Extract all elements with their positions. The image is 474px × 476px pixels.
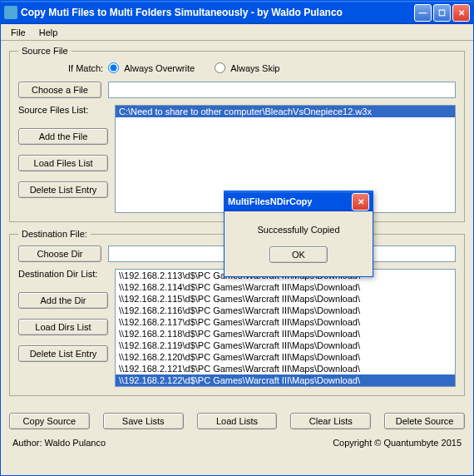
clear-lists-button[interactable]: Clear Lists bbox=[290, 413, 371, 429]
choose-file-button[interactable]: Choose a File bbox=[18, 82, 101, 98]
list-item[interactable]: \\192.168.2.122\d$\PC Games\Warcraft III… bbox=[116, 374, 455, 386]
dialog-titlebar[interactable]: MultiFilesNDirCopy ✕ bbox=[225, 191, 373, 211]
radio-skip[interactable] bbox=[215, 62, 225, 73]
list-item[interactable]: \\192.168.2.117\d$\PC Games\Warcraft III… bbox=[116, 316, 455, 328]
menubar: File Help bbox=[1, 24, 473, 41]
list-item[interactable]: \\192.168.2.118\d$\PC Games\Warcraft III… bbox=[116, 328, 455, 340]
menu-file[interactable]: File bbox=[4, 26, 32, 39]
list-item[interactable]: \\192.168.2.114\d$\PC Games\Warcraft III… bbox=[116, 281, 455, 293]
load-lists-button[interactable]: Load Lists bbox=[197, 413, 278, 429]
copyright-text: Copyright © Quantumbyte 2015 bbox=[333, 438, 462, 448]
author-text: Author: Waldo Pulanco bbox=[12, 438, 106, 448]
maximize-button[interactable]: ☐ bbox=[433, 4, 451, 22]
delete-dir-entry-button[interactable]: Delete List Entry bbox=[18, 345, 108, 362]
dialog-ok-button[interactable]: OK bbox=[269, 246, 328, 263]
list-item[interactable]: \\192.168.2.119\d$\PC Games\Warcraft III… bbox=[116, 340, 455, 351]
author-row: Author: Waldo Pulanco Copyright © Quantu… bbox=[1, 434, 473, 453]
list-item[interactable]: \\192.168.2.115\d$\PC Games\Warcraft III… bbox=[116, 293, 455, 305]
dialog-title: MultiFilesNDirCopy bbox=[228, 196, 352, 206]
load-files-button[interactable]: Load Files List bbox=[18, 155, 108, 171]
list-item[interactable]: \\192.168.2.121\d$\PC Games\Warcraft III… bbox=[116, 363, 455, 374]
save-lists-button[interactable]: Save Lists bbox=[103, 413, 184, 429]
menu-help[interactable]: Help bbox=[32, 26, 65, 39]
radio-overwrite[interactable] bbox=[108, 62, 119, 73]
overwrite-label: Always Overwrite bbox=[124, 63, 195, 73]
list-item[interactable]: C:\Need to share to other computer\Bleac… bbox=[116, 106, 455, 117]
window-title: Copy Muti Files to Multi Folders Simulta… bbox=[21, 7, 414, 18]
dialog-message: Successfully Copied bbox=[238, 225, 359, 235]
footer-buttons: Copy Source Save Lists Load Lists Clear … bbox=[1, 408, 473, 434]
add-dir-button[interactable]: Add the Dir bbox=[18, 292, 108, 309]
choose-dir-button[interactable]: Choose Dir bbox=[18, 245, 101, 262]
skip-label: Always Skip bbox=[230, 63, 279, 73]
success-dialog: MultiFilesNDirCopy ✕ Successfully Copied… bbox=[224, 191, 373, 277]
list-item[interactable]: \\192.168.2.120\d$\PC Games\Warcraft III… bbox=[116, 351, 455, 363]
main-window: Copy Muti Files to Multi Folders Simulta… bbox=[0, 0, 474, 476]
add-file-button[interactable]: Add the File bbox=[18, 128, 108, 145]
dest-legend: Destination File: bbox=[18, 229, 91, 239]
minimize-button[interactable]: — bbox=[414, 4, 432, 22]
if-match-label: If Match: bbox=[68, 63, 103, 73]
titlebar[interactable]: Copy Muti Files to Multi Folders Simulta… bbox=[1, 1, 473, 24]
close-button[interactable]: ✕ bbox=[452, 4, 470, 22]
delete-source-button[interactable]: Delete Source bbox=[384, 413, 465, 429]
source-legend: Source File bbox=[18, 46, 72, 56]
source-list-label: Source Files List: bbox=[18, 105, 108, 118]
dialog-close-button[interactable]: ✕ bbox=[352, 193, 369, 211]
load-dirs-button[interactable]: Load Dirs List bbox=[18, 319, 108, 335]
dest-list-label: Destination Dir List: bbox=[18, 269, 108, 282]
list-item[interactable]: \\192.168.2.116\d$\PC Games\Warcraft III… bbox=[116, 305, 455, 316]
dest-dirs-listbox[interactable]: \\192.168.2.113\d$\PC Games\Warcraft III… bbox=[115, 269, 456, 387]
file-path-input[interactable] bbox=[108, 82, 456, 98]
app-icon bbox=[4, 6, 17, 19]
copy-source-button[interactable]: Copy Source bbox=[9, 413, 90, 429]
delete-file-entry-button[interactable]: Delete List Entry bbox=[18, 181, 108, 198]
